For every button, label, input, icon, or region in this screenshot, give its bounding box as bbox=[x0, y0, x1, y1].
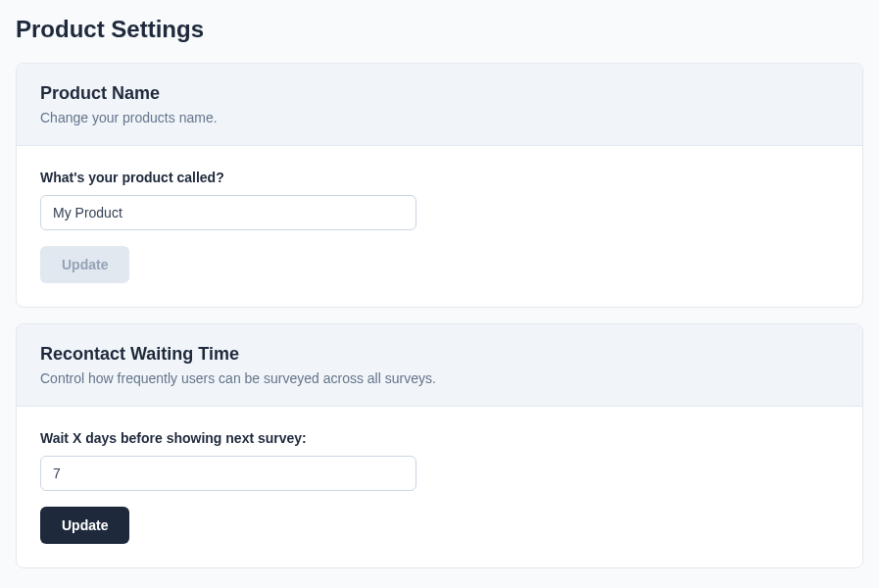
recontact-days-input[interactable] bbox=[40, 456, 416, 491]
product-name-input[interactable] bbox=[40, 195, 416, 230]
recontact-label: Wait X days before showing next survey: bbox=[40, 430, 839, 446]
card-body-recontact: Wait X days before showing next survey: … bbox=[17, 407, 862, 567]
card-title-product-name: Product Name bbox=[40, 83, 839, 104]
product-name-label: What's your product called? bbox=[40, 170, 839, 185]
card-desc-recontact: Control how frequently users can be surv… bbox=[40, 370, 839, 386]
recontact-card: Recontact Waiting Time Control how frequ… bbox=[16, 323, 863, 568]
recontact-update-button[interactable]: Update bbox=[40, 507, 129, 544]
card-desc-product-name: Change your products name. bbox=[40, 110, 839, 125]
card-title-recontact: Recontact Waiting Time bbox=[40, 344, 839, 365]
card-header-recontact: Recontact Waiting Time Control how frequ… bbox=[17, 324, 862, 407]
card-header-product-name: Product Name Change your products name. bbox=[17, 64, 862, 146]
card-body-product-name: What's your product called? Update bbox=[17, 146, 862, 307]
product-name-card: Product Name Change your products name. … bbox=[16, 63, 863, 308]
product-name-update-button[interactable]: Update bbox=[40, 246, 129, 283]
page-title: Product Settings bbox=[16, 16, 863, 43]
